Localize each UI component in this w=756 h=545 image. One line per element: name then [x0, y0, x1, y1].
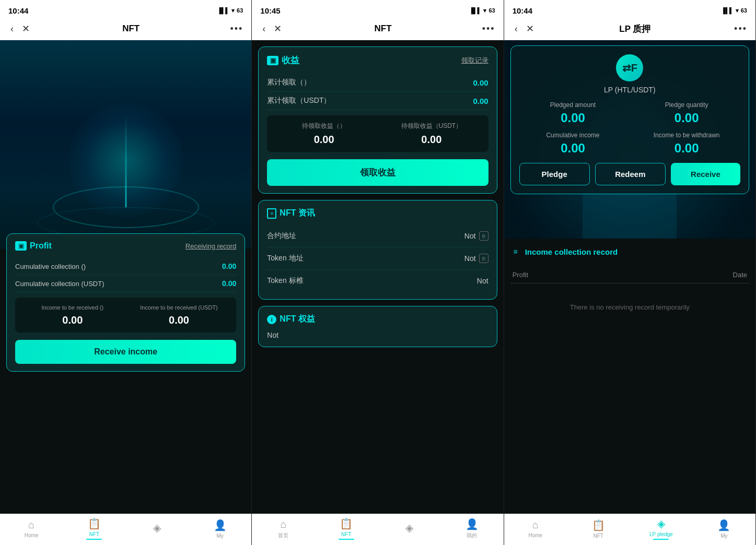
- pledge-button[interactable]: Pledge: [519, 163, 590, 185]
- back-button-2[interactable]: ‹: [260, 22, 267, 35]
- row1-value: 0.00: [222, 262, 236, 270]
- copy-icon-contract[interactable]: ⎘: [479, 231, 489, 241]
- receive-income-button[interactable]: Receive income: [15, 340, 236, 364]
- contract-value: Not ⎘: [464, 231, 489, 241]
- tab-nft-label-2: NFT: [341, 531, 351, 537]
- home-icon-2: ⌂: [280, 518, 286, 530]
- earnings-title: 收益: [282, 54, 299, 66]
- battery-icon-2: 63: [489, 7, 495, 14]
- tab-nft-3[interactable]: 📋 NFT: [567, 519, 630, 539]
- card-title-row: ▣ Profit: [15, 241, 52, 251]
- cumulative-row-1: Cumulative collection () 0.00: [15, 258, 236, 275]
- date-col-header: Date: [733, 271, 747, 279]
- profit-col-header: Profit: [513, 271, 528, 279]
- wallet-icon: ▣: [15, 241, 27, 251]
- more-button-1[interactable]: •••: [230, 23, 243, 34]
- tab-nft-2[interactable]: 📋 NFT: [315, 517, 378, 540]
- close-button-3[interactable]: ✕: [524, 22, 536, 35]
- nft-info-title-text: NFT 资讯: [280, 208, 315, 219]
- earnings-wallet-icon: ▣: [267, 56, 278, 65]
- info-icon: i: [267, 315, 276, 324]
- pending-label-1: 待领取收益（）: [273, 122, 375, 131]
- record-table: Profit Date There is no receiving record…: [510, 267, 749, 327]
- income-col-1: Income to be received () 0.00: [21, 304, 124, 326]
- tab-home-label-3: Home: [528, 532, 542, 538]
- panel2-content: ▣ 收益 领取记录 累计领取（） 0.00 累计领取（USDT） 0.00 待领…: [252, 40, 503, 514]
- pending-col-1: 待领取收益（） 0.00: [273, 122, 375, 146]
- tab-home-1[interactable]: ⌂ Home: [0, 519, 63, 538]
- pledged-amount-label: Pledged amount: [519, 101, 627, 109]
- wifi-icon-1: ▾: [231, 7, 235, 14]
- lp-active-line-3: [653, 539, 669, 540]
- income2-value: 0.00: [169, 314, 189, 326]
- status-time-3: 10:44: [513, 6, 532, 15]
- income-record-header: ≡ Income collection record: [510, 245, 749, 258]
- row1-label: Cumulative collection (): [15, 263, 86, 270]
- cumulative-item: Cumulative income 0.00: [519, 132, 627, 156]
- pending-label-2: 待领取收益（USDT）: [381, 122, 482, 131]
- tab-my-2[interactable]: 👤 我的: [440, 518, 503, 539]
- bottom-tabs-2: ⌂ 首页 📋 NFT ◈ 👤 我的: [252, 514, 503, 545]
- contract-row: 合约地址 Not ⎘: [267, 225, 488, 247]
- record-thead: Profit Date: [510, 267, 749, 283]
- redeem-button[interactable]: Redeem: [595, 163, 666, 185]
- lp-card: ⇄F LP (HTL/USDT) Pledged amount 0.00 Ple…: [510, 45, 749, 194]
- more-button-2[interactable]: •••: [482, 23, 495, 34]
- tab-lp-3[interactable]: ◈ LP pledge: [630, 517, 692, 540]
- lp-icon-1: ◈: [153, 522, 161, 534]
- tab-home-2[interactable]: ⌂ 首页: [252, 518, 315, 539]
- collect-earnings-button[interactable]: 领取收益: [267, 159, 488, 186]
- tab-nft-1[interactable]: 📋 NFT: [63, 517, 125, 540]
- panel1-content: ▣ Profit Receiving record Cumulative col…: [0, 40, 251, 514]
- lp-icon-2: ◈: [405, 522, 413, 534]
- bottom-tabs-1: ⌂ Home 📋 NFT ◈ 👤 My: [0, 514, 251, 545]
- pending-col-2: 待领取收益（USDT） 0.00: [381, 122, 482, 146]
- status-icons-3: ▐▌▌ ▾ 63: [721, 7, 747, 14]
- tab-lp-2[interactable]: ◈: [378, 522, 440, 536]
- receiving-record-link[interactable]: Receiving record: [185, 242, 237, 250]
- nav-bar-3: ‹ ✕ LP 质押 •••: [504, 19, 755, 40]
- income2-label: Income to be received (USDT): [140, 304, 218, 311]
- close-button-2[interactable]: ✕: [272, 22, 284, 35]
- nft-active-line-2: [339, 539, 354, 540]
- nav-bar-1: ‹ ✕ NFT •••: [0, 19, 251, 40]
- pending-value-1: 0.00: [273, 134, 375, 146]
- status-bar-2: 10:45 ▐▌▌ ▾ 63: [252, 0, 503, 19]
- withdraw-label: Income to be withdrawn: [633, 132, 740, 139]
- panel3-content: ⇄F LP (HTL/USDT) Pledged amount 0.00 Ple…: [504, 40, 755, 514]
- tab-lp-label-3: LP pledge: [649, 531, 673, 537]
- cumulative-value: 0.00: [519, 141, 627, 156]
- tab-my-3[interactable]: 👤 My: [693, 519, 755, 539]
- tab-home-label-1: Home: [25, 532, 39, 538]
- collection-record-link[interactable]: 领取记录: [461, 56, 489, 65]
- tab-my-1[interactable]: 👤 My: [189, 519, 251, 539]
- profit-card: ▣ Profit Receiving record Cumulative col…: [6, 233, 245, 372]
- income-col-2: Income to be received (USDT) 0.00: [128, 304, 230, 326]
- receive-button[interactable]: Receive: [671, 163, 740, 185]
- close-button-1[interactable]: ✕: [20, 22, 32, 35]
- lp-stats-grid: Pledged amount 0.00 Pledge quantity 0.00…: [519, 101, 740, 156]
- status-bar-1: 10:44 ▐▌▌ ▾ 63: [0, 0, 251, 19]
- battery-icon-1: 63: [237, 7, 243, 14]
- panel2-inner: ▣ 收益 领取记录 累计领取（） 0.00 累计领取（USDT） 0.00 待领…: [252, 40, 503, 360]
- tab-lp-1[interactable]: ◈: [126, 522, 189, 536]
- token-std-row: Token 标椎 Not: [267, 270, 488, 292]
- card-title: Profit: [30, 241, 52, 251]
- signal-icon-3: ▐▌▌: [721, 7, 733, 14]
- lp-token-name: LP (HTL/USDT): [604, 86, 656, 94]
- wifi-icon-3: ▾: [736, 7, 739, 14]
- copy-icon-token[interactable]: ⎘: [479, 254, 489, 263]
- tab-home-3[interactable]: ⌂ Home: [504, 519, 567, 538]
- status-bar-3: 10:44 ▐▌▌ ▾ 63: [504, 0, 755, 19]
- back-button-3[interactable]: ‹: [513, 22, 520, 35]
- wifi-icon-2: ▾: [483, 7, 486, 14]
- tab-nft-label-3: NFT: [593, 533, 603, 539]
- back-button-1[interactable]: ‹: [8, 22, 16, 35]
- nav-title-1: NFT: [36, 23, 226, 34]
- bottom-tabs-3: ⌂ Home 📋 NFT ◈ LP pledge 👤 My: [504, 514, 755, 545]
- contract-label: 合约地址: [267, 231, 296, 241]
- nft-icon-3: 📋: [592, 519, 605, 531]
- earnings-label-1: 累计领取（）: [267, 78, 311, 87]
- more-button-3[interactable]: •••: [734, 23, 747, 34]
- tab-my-label-2: 我的: [467, 532, 477, 539]
